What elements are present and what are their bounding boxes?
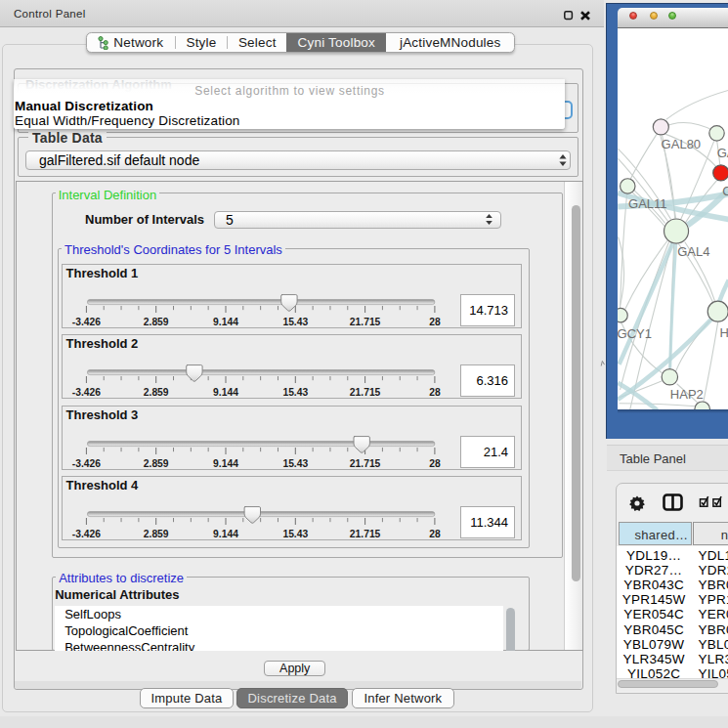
svg-text:21.715: 21.715	[349, 529, 380, 539]
svg-text:-3.426: -3.426	[71, 317, 100, 327]
svg-text:GCY1: GCY1	[618, 326, 652, 341]
svg-text:GAL11: GAL11	[628, 196, 667, 211]
svg-text:15.43: 15.43	[282, 458, 308, 469]
svg-text:2.859: 2.859	[143, 458, 168, 469]
svg-text:28: 28	[429, 529, 441, 539]
svg-text:28: 28	[429, 387, 441, 398]
svg-text:21.715: 21.715	[349, 317, 380, 327]
svg-text:28: 28	[429, 458, 441, 469]
svg-text:15.43: 15.43	[282, 529, 308, 539]
svg-text:HAP2: HAP2	[670, 387, 704, 402]
svg-text:GA: GA	[716, 146, 728, 160]
svg-text:21.715: 21.715	[349, 458, 380, 469]
svg-text:2.859: 2.859	[143, 529, 168, 539]
svg-text:2.859: 2.859	[143, 387, 168, 398]
svg-text:9.144: 9.144	[213, 317, 238, 327]
svg-text:-3.426: -3.426	[71, 458, 100, 469]
svg-text:9.144: 9.144	[213, 387, 238, 398]
svg-text:9.144: 9.144	[213, 458, 238, 469]
svg-text:2.859: 2.859	[143, 317, 168, 327]
svg-text:H: H	[719, 324, 728, 339]
svg-text:15.43: 15.43	[282, 317, 308, 327]
svg-text:C: C	[722, 184, 728, 198]
svg-text:9.144: 9.144	[213, 529, 238, 539]
svg-text:GAL4: GAL4	[677, 243, 709, 258]
svg-text:-3.426: -3.426	[71, 387, 100, 398]
svg-text:GAL80: GAL80	[661, 137, 700, 151]
svg-text:-3.426: -3.426	[71, 529, 100, 539]
svg-text:21.715: 21.715	[349, 387, 380, 398]
svg-text:28: 28	[429, 317, 441, 327]
svg-text:15.43: 15.43	[282, 387, 308, 398]
